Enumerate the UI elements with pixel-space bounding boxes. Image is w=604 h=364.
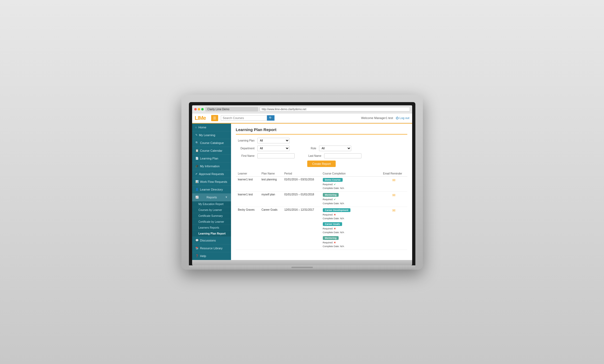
course-badge-0: Career Development Required: ✖ Complete … [323,208,379,221]
course-detail: Required: ✔ Complete Date: N/A [323,183,379,190]
logout-button[interactable]: ⏻ Log out [396,116,409,120]
address-bar[interactable]: http://www.lime-demo.claritydemo.net [260,107,410,112]
cell-course-completion: Mentoring Required: ✔ Complete Date: N/A [321,192,381,207]
course-detail: Required: ✖ Complete Date: N/A [323,213,379,221]
required-value: ✖ [334,227,336,230]
sidebar-item-work-flow-requests[interactable]: 📊 Work Flow Requests [192,178,231,186]
course-name: Mentoring [323,236,339,240]
cell-plan-name: myself plan [259,192,282,207]
sidebar-item-discussions-label: Discussions [200,239,216,242]
department-label: Department [236,147,255,150]
email-icon[interactable]: ✉ [383,208,405,213]
role-select[interactable]: All [319,146,351,151]
sidebar-item-my-education-report[interactable]: My Education Report [192,201,231,207]
email-icon[interactable]: ✉ [383,178,405,182]
app-logo: LIMe [195,115,206,121]
home-icon: ⌂ [195,126,197,129]
report-table: Learner Plan Name Period Course Completi… [236,171,407,250]
discussions-icon: 💬 [195,239,199,242]
course-catalogue-icon: 🔍 [195,141,199,144]
filter-row-names: First Name Last Name [236,153,407,158]
learning-plan-icon: 📄 [195,157,199,160]
required-value: ✔ [334,183,336,186]
course-badge-0: Mentoring Required: ✔ Complete Date: N/A [323,193,379,205]
welcome-message: Welcome Manager1 test [361,116,393,120]
course-name: Mentoring [323,193,339,197]
cell-learner: learner1 test [236,176,259,192]
required-label: Required: [323,213,334,216]
sidebar-item-my-information[interactable]: 🎓 My Information [192,162,231,170]
nav-bar: LIMe ☰ 🔍 Welcome Manager1 test ⏻ Log out [192,113,412,123]
last-name-label: Last Name [303,154,321,157]
learning-plan-select[interactable]: All [257,138,290,143]
cell-course-completion: Career Development Required: ✖ Complete … [321,207,381,250]
sidebar-item-learning-plan-report[interactable]: Learning Plan Report [192,231,231,237]
resource-library-icon: 📚 [195,247,199,250]
sidebar-item-resource-library[interactable]: 📚 Resource Library [192,244,231,252]
complete-date-value: N/A [340,202,344,205]
complete-date-label: Complete Date: [323,245,340,248]
course-badge-0: Demo Course Required: ✔ Complete Date: N… [323,178,379,190]
sidebar: ⌂ Home ✎ My Learning 🔍 Course Catalogue … [192,124,231,260]
maximize-button[interactable] [201,108,204,110]
filter-row-learning-plan: Learning Plan All [236,138,407,143]
first-name-label: First Name [236,154,255,157]
cell-plan-name: Career Goals [259,207,282,250]
cell-period: 12/01/2016 – 12/31/2017 [282,207,320,250]
sidebar-item-help-label: Help [200,254,206,258]
sidebar-item-approval-requests[interactable]: ✔ Approval Requests [192,170,231,178]
sidebar-item-certificate-by-learner[interactable]: Certificate by Learner [192,219,231,225]
main-content: Learning Plan Report Learning Plan All D… [231,124,412,260]
cell-learner: learner1 test [236,192,259,207]
search-input[interactable] [221,115,267,121]
complete-date-label: Complete Date: [323,187,340,190]
close-button[interactable] [194,108,197,110]
search-button[interactable]: 🔍 [267,115,274,121]
last-name-input[interactable] [324,153,361,158]
sidebar-item-course-calendar-label: Course Calendar [200,149,222,152]
sidebar-item-courses-by-learner[interactable]: Courses by Learner [192,207,231,213]
reports-submenu: My Education Report Courses by Learner C… [192,201,231,237]
sidebar-item-learning-plan-label: Learning Plan [200,157,218,160]
course-name: Career Goals [323,222,342,226]
menu-button[interactable]: ☰ [211,115,218,121]
required-value: ✔ [334,198,336,201]
minimize-button[interactable] [198,108,200,110]
sidebar-item-reports[interactable]: 📈 Reports ▼ [192,194,231,201]
complete-date-label: Complete Date: [323,202,340,205]
sidebar-item-my-learning[interactable]: ✎ My Learning [192,131,231,139]
sidebar-item-discussions[interactable]: 💬 Discussions [192,237,231,244]
complete-date-value: N/A [340,245,344,248]
required-label: Required: [323,227,334,230]
col-course-completion: Course Completion [321,171,381,177]
sidebar-item-learners-reports[interactable]: Learners Reports [192,225,231,231]
sidebar-item-learning-plan[interactable]: 📄 Learning Plan [192,155,231,162]
table-row: Becky Graves Career Goals 12/01/2016 – 1… [236,207,407,250]
cell-email-reminder: ✉ [381,176,407,192]
filter-row-department-role: Department All Role All [236,146,407,151]
logo-accent: e [203,115,206,121]
email-icon[interactable]: ✉ [383,193,405,197]
sidebar-item-course-calendar[interactable]: 📋 Course Calendar [192,147,231,155]
required-value: ✖ [334,241,336,244]
sidebar-item-course-catalogue[interactable]: 🔍 Course Catalogue [192,139,231,147]
course-detail: Required: ✖ Complete Date: N/A [323,227,379,235]
sidebar-item-home-label: Home [199,126,206,129]
sidebar-item-help[interactable]: ❓ Help [192,252,231,260]
cell-plan-name: test planning [259,176,282,192]
sidebar-item-certificate-summary[interactable]: Certificate Summary [192,213,231,219]
cell-course-completion: Demo Course Required: ✔ Complete Date: N… [321,176,381,192]
work-flow-icon: 📊 [195,180,199,183]
logout-label: Log out [400,116,409,120]
department-select[interactable]: All [257,146,290,151]
cell-learner: Becky Graves [236,207,259,250]
sidebar-item-home[interactable]: ⌂ Home [192,124,231,131]
sidebar-item-learner-directory[interactable]: 👤 Learner Directory [192,186,231,194]
browser-tab[interactable]: Clarity Lime Demo [205,107,258,112]
reports-chevron-icon: ▼ [225,196,228,199]
first-name-input[interactable] [257,153,295,158]
course-name: Career Development [323,208,351,212]
page-title: Learning Plan Report [236,127,407,135]
learning-plan-label: Learning Plan [236,139,255,142]
create-report-button[interactable]: Create Report [307,161,335,167]
